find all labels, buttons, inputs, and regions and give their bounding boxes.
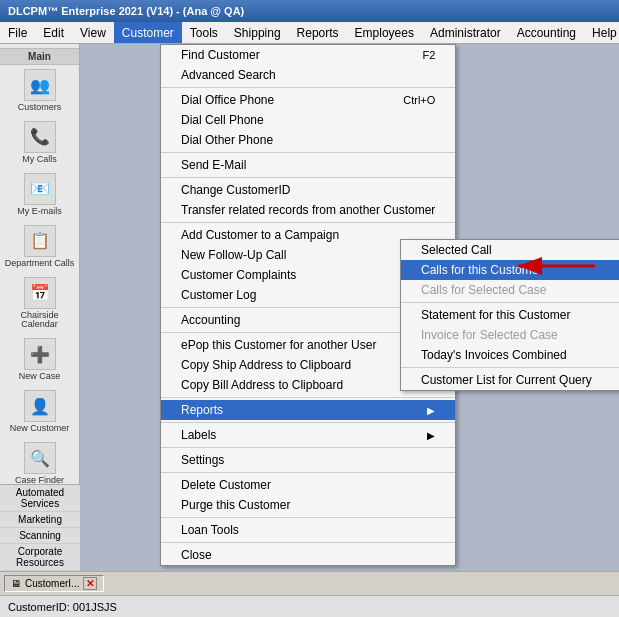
- menu-separator: [161, 87, 455, 88]
- menu-separator: [161, 177, 455, 178]
- sidebar-bottom-automated-services[interactable]: Automated Services: [0, 485, 80, 512]
- red-arrow-annotation: [510, 254, 600, 281]
- reports-submenu-invoice-selected-case: Invoice for Selected Case: [401, 325, 619, 345]
- reports-submenu-statement[interactable]: Statement for this Customer: [401, 305, 619, 325]
- customer-menu-send-email[interactable]: Send E-Mail: [161, 155, 455, 175]
- menu-item-accounting[interactable]: Accounting: [509, 22, 584, 43]
- menu-item-reports[interactable]: Reports: [289, 22, 347, 43]
- customer-menu-purge-customer[interactable]: Purge this Customer: [161, 495, 455, 515]
- menu-item-help[interactable]: Help: [584, 22, 619, 43]
- shortcut-find-customer: F2: [422, 49, 435, 61]
- bottom-task-icon: 🖥: [11, 578, 21, 589]
- sidebar-label-case-finder: Case Finder: [15, 476, 64, 484]
- sidebar-icon-new-case: ➕: [24, 338, 56, 370]
- status-text: CustomerID: 001JSJS: [8, 601, 117, 613]
- customer-menu-change-id[interactable]: Change CustomerID: [161, 180, 455, 200]
- customer-menu-reports[interactable]: Reports▶: [161, 400, 455, 420]
- sidebar-item-my-calls[interactable]: 📞 My Calls: [0, 117, 79, 169]
- customer-menu-transfer-records[interactable]: Transfer related records from another Cu…: [161, 200, 455, 220]
- sidebar-icon-chairside: 📅: [24, 277, 56, 309]
- reports-submenu-customer-list[interactable]: Customer List for Current Query: [401, 370, 619, 390]
- menu-separator: [161, 422, 455, 423]
- sidebar-item-customers[interactable]: 👥 Customers: [0, 65, 79, 117]
- submenu-arrow-labels: ▶: [427, 430, 435, 441]
- shortcut-dial-office: Ctrl+O: [403, 94, 435, 106]
- sidebar-label-new-customer: New Customer: [10, 424, 70, 434]
- customer-menu-dial-other[interactable]: Dial Other Phone: [161, 130, 455, 150]
- sidebar-label-customers: Customers: [18, 103, 62, 113]
- sidebar-label-chairside: Chairside Calendar: [2, 311, 77, 331]
- customer-menu-delete-customer[interactable]: Delete Customer: [161, 475, 455, 495]
- customer-menu-close[interactable]: Close: [161, 545, 455, 565]
- menu-item-file[interactable]: File: [0, 22, 35, 43]
- customer-menu-settings[interactable]: Settings: [161, 450, 455, 470]
- menu-label-dial-cell: Dial Cell Phone: [181, 113, 264, 127]
- content-area: Find CustomerF2Advanced SearchDial Offic…: [80, 44, 619, 571]
- menu-item-tools[interactable]: Tools: [182, 22, 226, 43]
- menu-item-edit[interactable]: Edit: [35, 22, 72, 43]
- title-bar: DLCPM™ Enterprise 2021 (V14) - (Ana @ QA…: [0, 0, 619, 22]
- sidebar-label-dept-calls: Department Calls: [5, 259, 75, 269]
- menu-label-transfer-records: Transfer related records from another Cu…: [181, 203, 435, 217]
- reports-submenu-calls-selected-case: Calls for Selected Case: [401, 280, 619, 300]
- sidebar-item-new-customer[interactable]: 👤 New Customer: [0, 386, 79, 438]
- customer-menu-dial-office[interactable]: Dial Office PhoneCtrl+O: [161, 90, 455, 110]
- sidebar-label-my-emails: My E-mails: [17, 207, 62, 217]
- menu-separator: [161, 517, 455, 518]
- sidebar-icon-case-finder: 🔍: [24, 442, 56, 474]
- status-bar: CustomerID: 001JSJS: [0, 595, 619, 617]
- menu-separator: [161, 542, 455, 543]
- bottom-task-customer[interactable]: 🖥 CustomerI... ✕: [4, 575, 104, 592]
- sidebar-item-new-case[interactable]: ➕ New Case: [0, 334, 79, 386]
- menu-label-copy-bill: Copy Bill Address to Clipboard: [181, 378, 343, 392]
- sidebar-item-case-finder[interactable]: 🔍 Case Finder: [0, 438, 79, 484]
- reports-label-invoice-selected-case: Invoice for Selected Case: [421, 328, 558, 342]
- menu-separator: [161, 222, 455, 223]
- sidebar-item-my-emails[interactable]: 📧 My E-mails: [0, 169, 79, 221]
- menu-label-close: Close: [181, 548, 212, 562]
- menu-separator: [161, 447, 455, 448]
- menu-item-customer[interactable]: Customer: [114, 22, 182, 43]
- sidebar-bottom-marketing[interactable]: Marketing: [0, 512, 80, 528]
- menu-label-dial-other: Dial Other Phone: [181, 133, 273, 147]
- menu-separator: [161, 152, 455, 153]
- menu-label-new-followup: New Follow-Up Call: [181, 248, 286, 262]
- customer-menu-loan-tools[interactable]: Loan Tools: [161, 520, 455, 540]
- sidebar-main-label: Main: [0, 48, 79, 65]
- menu-label-settings: Settings: [181, 453, 224, 467]
- customer-menu-find-customer[interactable]: Find CustomerF2: [161, 45, 455, 65]
- menu-item-view[interactable]: View: [72, 22, 114, 43]
- sidebar-item-dept-calls[interactable]: 📋 Department Calls: [0, 221, 79, 273]
- sidebar-bottom: Automated ServicesMarketingScanningCorpo…: [0, 484, 80, 571]
- sidebar-label-my-calls: My Calls: [22, 155, 57, 165]
- menu-label-find-customer: Find Customer: [181, 48, 260, 62]
- main-layout: Main 👥 Customers 📞 My Calls 📧 My E-mails…: [0, 44, 619, 571]
- menu-label-reports: Reports: [181, 403, 223, 417]
- sidebar-icon-dept-calls: 📋: [24, 225, 56, 257]
- sidebar-item-chairside[interactable]: 📅 Chairside Calendar: [0, 273, 79, 335]
- reports-label-selected-call: Selected Call: [421, 243, 492, 257]
- reports-label-todays-invoices: Today's Invoices Combined: [421, 348, 567, 362]
- menu-bar: FileEditViewCustomerToolsShippingReports…: [0, 22, 619, 44]
- sidebar-bottom-scanning[interactable]: Scanning: [0, 528, 80, 544]
- sidebar: Main 👥 Customers 📞 My Calls 📧 My E-mails…: [0, 44, 80, 484]
- sidebar-icon-my-emails: 📧: [24, 173, 56, 205]
- reports-submenu-todays-invoices[interactable]: Today's Invoices Combined: [401, 345, 619, 365]
- menu-item-shipping[interactable]: Shipping: [226, 22, 289, 43]
- sidebar-label-new-case: New Case: [19, 372, 61, 382]
- submenu-arrow-reports: ▶: [427, 405, 435, 416]
- customer-menu-advanced-search[interactable]: Advanced Search: [161, 65, 455, 85]
- customer-menu-dial-cell[interactable]: Dial Cell Phone: [161, 110, 455, 130]
- customer-menu-labels[interactable]: Labels▶: [161, 425, 455, 445]
- menu-item-employees[interactable]: Employees: [347, 22, 422, 43]
- close-task-icon[interactable]: ✕: [83, 577, 97, 590]
- sidebar-icon-my-calls: 📞: [24, 121, 56, 153]
- submenu-separator: [401, 302, 619, 303]
- menu-label-labels: Labels: [181, 428, 216, 442]
- menu-label-loan-tools: Loan Tools: [181, 523, 239, 537]
- menu-label-complaints: Customer Complaints: [181, 268, 296, 282]
- title-text: DLCPM™ Enterprise 2021 (V14) - (Ana @ QA…: [8, 5, 244, 17]
- sidebar-bottom-corporate-resources[interactable]: Corporate Resources: [0, 544, 80, 571]
- menu-item-administrator[interactable]: Administrator: [422, 22, 509, 43]
- menu-label-customer-log: Customer Log: [181, 288, 256, 302]
